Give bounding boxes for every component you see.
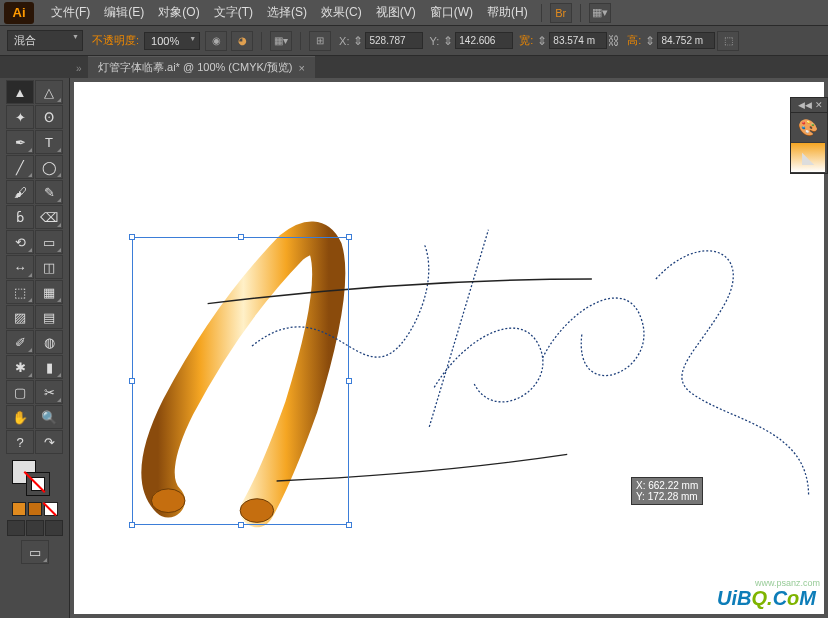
menu-text[interactable]: 文字(T)	[207, 0, 260, 25]
resize-handle-nw[interactable]	[129, 234, 135, 240]
gradient-panel-icon[interactable]: ◣	[791, 143, 825, 173]
zoom-tool[interactable]: 🔍	[35, 405, 63, 429]
scale-tool[interactable]: ▭	[35, 230, 63, 254]
h-input[interactable]	[657, 32, 715, 49]
resize-handle-sw[interactable]	[129, 522, 135, 528]
width-tool[interactable]: ↔	[6, 255, 34, 279]
menu-object[interactable]: 对象(O)	[151, 0, 206, 25]
resize-handle-n[interactable]	[238, 234, 244, 240]
style-icon[interactable]: ◉	[205, 31, 227, 51]
document-tabs: » 灯管字体临摹.ai* @ 100% (CMYK/预览) ×	[0, 56, 828, 78]
screen-mode-toggle[interactable]: ▭	[21, 540, 49, 564]
tooltip-y: Y: 172.28 mm	[636, 491, 698, 502]
pen-tool[interactable]: ✒	[6, 130, 34, 154]
recolor-icon[interactable]: ◕	[231, 31, 253, 51]
logo-watermark: UiBQ.CoM	[717, 587, 816, 610]
link-wh-icon[interactable]: ⛓	[607, 31, 621, 51]
constrain-icon[interactable]: ⬚	[717, 31, 739, 51]
menu-edit[interactable]: 编辑(E)	[97, 0, 151, 25]
menu-effect[interactable]: 效果(C)	[314, 0, 369, 25]
resize-handle-e[interactable]	[346, 378, 352, 384]
extra-tool[interactable]: ?	[6, 430, 34, 454]
x-input[interactable]	[365, 32, 423, 49]
app-logo: Ai	[4, 2, 34, 24]
blob-brush-tool[interactable]: ɓ	[6, 205, 34, 229]
screen-modes	[7, 520, 63, 536]
w-label: 宽:	[519, 33, 533, 48]
shape-tool[interactable]: ◯	[35, 155, 63, 179]
bridge-icon[interactable]: Br	[550, 3, 572, 23]
symbol-spray-tool[interactable]: ✱	[6, 355, 34, 379]
shape-builder-tool[interactable]: ⬚	[6, 280, 34, 304]
menu-file[interactable]: 文件(F)	[44, 0, 97, 25]
opacity-input[interactable]: 100%	[144, 32, 200, 50]
resize-handle-se[interactable]	[346, 522, 352, 528]
selection-tool[interactable]: ▲	[6, 80, 34, 104]
magic-wand-tool[interactable]: ✦	[6, 105, 34, 129]
cursor-tooltip: X: 662.22 mm Y: 172.28 mm	[631, 477, 703, 505]
y-stepper[interactable]: ⇕	[441, 31, 455, 51]
draw-behind[interactable]	[26, 520, 44, 536]
collapse-icon[interactable]: ◀◀	[798, 100, 812, 110]
align-icon[interactable]: ▦▾	[270, 31, 292, 51]
separator	[541, 4, 542, 22]
swatch-1[interactable]	[12, 502, 26, 516]
mesh-tool[interactable]: ▨	[6, 305, 34, 329]
close-icon[interactable]: ✕	[815, 100, 823, 110]
x-stepper[interactable]: ⇕	[351, 31, 365, 51]
slice-tool[interactable]: ✂	[35, 380, 63, 404]
tooltip-x: X: 662.22 mm	[636, 480, 698, 491]
tab-title: 灯管字体临摹.ai* @ 100% (CMYK/预览)	[98, 60, 293, 75]
artboard-tool[interactable]: ▢	[6, 380, 34, 404]
w-stepper[interactable]: ⇕	[535, 31, 549, 51]
close-tab-icon[interactable]: ×	[299, 62, 305, 74]
menu-view[interactable]: 视图(V)	[369, 0, 423, 25]
separator	[300, 32, 301, 50]
resize-handle-s[interactable]	[238, 522, 244, 528]
arrange-docs-icon[interactable]: ▦▾	[589, 3, 611, 23]
graph-tool[interactable]: ▮	[35, 355, 63, 379]
blend-mode-dropdown[interactable]: 混合	[7, 30, 83, 51]
brush-tool[interactable]: 🖌	[6, 180, 34, 204]
draw-normal[interactable]	[7, 520, 25, 536]
rotate-tool[interactable]: ⟲	[6, 230, 34, 254]
right-dock[interactable]: ◀◀✕ 🎨 ◣	[790, 97, 828, 174]
y-input[interactable]	[455, 32, 513, 49]
lasso-tool[interactable]: ʘ	[35, 105, 63, 129]
eraser-tool[interactable]: ⌫	[35, 205, 63, 229]
selection-bounding-box[interactable]	[132, 237, 349, 525]
document-tab[interactable]: 灯管字体临摹.ai* @ 100% (CMYK/预览) ×	[88, 56, 315, 78]
perspective-tool[interactable]: ▦	[35, 280, 63, 304]
free-transform-tool[interactable]: ◫	[35, 255, 63, 279]
tool-panel: ▲ △ ✦ ʘ ✒ T ╱ ◯ 🖌 ✎ ɓ ⌫ ⟲ ▭ ↔ ◫ ⬚ ▦ ▨ ▤ …	[0, 78, 70, 618]
menu-help[interactable]: 帮助(H)	[480, 0, 535, 25]
gradient-tool[interactable]: ▤	[35, 305, 63, 329]
pencil-tool[interactable]: ✎	[35, 180, 63, 204]
stroke-swatch[interactable]	[26, 472, 50, 496]
canvas[interactable]: X: 662.22 mm Y: 172.28 mm www.psanz.com …	[74, 82, 824, 614]
opacity-label: 不透明度:	[92, 33, 139, 48]
hand-tool[interactable]: ✋	[6, 405, 34, 429]
resize-handle-w[interactable]	[129, 378, 135, 384]
menu-window[interactable]: 窗口(W)	[423, 0, 480, 25]
direct-select-tool[interactable]: △	[35, 80, 63, 104]
resize-handle-ne[interactable]	[346, 234, 352, 240]
tab-grip[interactable]: »	[76, 58, 88, 78]
swatch-none[interactable]	[44, 502, 58, 516]
swap-fill-stroke[interactable]: ↷	[35, 430, 63, 454]
y-label: Y:	[429, 35, 439, 47]
menu-select[interactable]: 选择(S)	[260, 0, 314, 25]
transform-ref-icon[interactable]: ⊞	[309, 31, 331, 51]
x-label: X:	[339, 35, 349, 47]
swatch-2[interactable]	[28, 502, 42, 516]
eyedropper-tool[interactable]: ✐	[6, 330, 34, 354]
fill-stroke-area[interactable]	[6, 458, 64, 502]
type-tool[interactable]: T	[35, 130, 63, 154]
draw-inside[interactable]	[45, 520, 63, 536]
line-tool[interactable]: ╱	[6, 155, 34, 179]
blend-tool[interactable]: ◍	[35, 330, 63, 354]
h-stepper[interactable]: ⇕	[643, 31, 657, 51]
color-panel-icon[interactable]: 🎨	[791, 113, 825, 143]
separator	[580, 4, 581, 22]
w-input[interactable]	[549, 32, 607, 49]
